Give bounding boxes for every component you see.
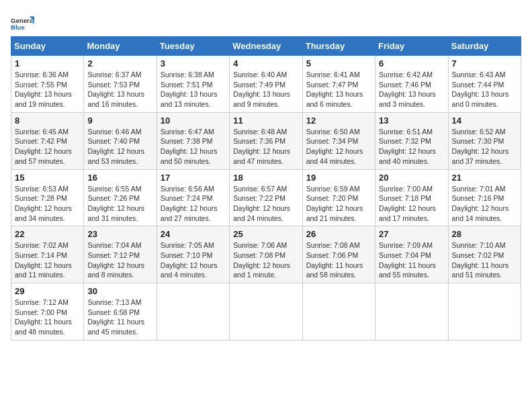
calendar-cell: 18Sunrise: 6:57 AM Sunset: 7:22 PM Dayli…: [230, 169, 302, 226]
day-number: 16: [87, 173, 152, 183]
calendar-cell: 15Sunrise: 6:53 AM Sunset: 7:28 PM Dayli…: [11, 169, 84, 226]
day-number: 26: [306, 229, 371, 239]
col-header-sunday: Sunday: [11, 37, 84, 56]
calendar-cell: 3Sunrise: 6:38 AM Sunset: 7:51 PM Daylig…: [157, 56, 229, 113]
col-header-wednesday: Wednesday: [230, 37, 302, 56]
calendar-cell: 12Sunrise: 6:50 AM Sunset: 7:34 PM Dayli…: [302, 112, 375, 169]
day-number: 12: [306, 116, 371, 126]
day-number: 2: [87, 58, 152, 68]
day-number: 8: [15, 116, 80, 126]
day-info: Sunrise: 6:55 AM Sunset: 7:26 PM Dayligh…: [87, 184, 152, 224]
calendar-cell: 27Sunrise: 7:09 AM Sunset: 7:04 PM Dayli…: [375, 226, 448, 283]
day-number: 20: [379, 173, 444, 183]
day-number: 28: [452, 229, 517, 239]
col-header-thursday: Thursday: [302, 37, 375, 56]
day-info: Sunrise: 6:37 AM Sunset: 7:53 PM Dayligh…: [87, 70, 152, 109]
col-header-tuesday: Tuesday: [157, 37, 229, 56]
calendar-cell: 8Sunrise: 6:45 AM Sunset: 7:42 PM Daylig…: [11, 112, 84, 169]
calendar-cell: 22Sunrise: 7:02 AM Sunset: 7:14 PM Dayli…: [11, 226, 84, 283]
day-number: 25: [233, 229, 298, 239]
day-number: 5: [306, 58, 371, 68]
calendar-cell: 26Sunrise: 7:08 AM Sunset: 7:06 PM Dayli…: [302, 226, 375, 283]
day-number: 4: [233, 58, 298, 68]
calendar-cell: 28Sunrise: 7:10 AM Sunset: 7:02 PM Dayli…: [448, 226, 521, 283]
calendar-cell: 25Sunrise: 7:06 AM Sunset: 7:08 PM Dayli…: [230, 226, 302, 283]
day-number: 17: [161, 173, 226, 183]
calendar-cell: 14Sunrise: 6:52 AM Sunset: 7:30 PM Dayli…: [448, 112, 521, 169]
calendar-cell: [157, 283, 229, 340]
calendar-cell: 6Sunrise: 6:42 AM Sunset: 7:46 PM Daylig…: [375, 56, 448, 113]
col-header-monday: Monday: [84, 37, 157, 56]
day-info: Sunrise: 7:00 AM Sunset: 7:18 PM Dayligh…: [379, 184, 444, 224]
day-number: 6: [379, 58, 444, 68]
col-header-friday: Friday: [375, 37, 448, 56]
day-number: 24: [161, 229, 226, 239]
day-info: Sunrise: 7:12 AM Sunset: 7:00 PM Dayligh…: [15, 298, 80, 337]
day-info: Sunrise: 7:09 AM Sunset: 7:04 PM Dayligh…: [379, 240, 444, 280]
calendar-cell: 1Sunrise: 6:36 AM Sunset: 7:55 PM Daylig…: [11, 56, 84, 113]
day-info: Sunrise: 6:52 AM Sunset: 7:30 PM Dayligh…: [452, 127, 517, 167]
day-info: Sunrise: 6:48 AM Sunset: 7:36 PM Dayligh…: [233, 127, 298, 167]
day-info: Sunrise: 6:56 AM Sunset: 7:24 PM Dayligh…: [161, 184, 226, 224]
calendar-cell: 29Sunrise: 7:12 AM Sunset: 7:00 PM Dayli…: [11, 283, 84, 340]
calendar-cell: 7Sunrise: 6:43 AM Sunset: 7:44 PM Daylig…: [448, 56, 521, 113]
day-info: Sunrise: 7:01 AM Sunset: 7:16 PM Dayligh…: [452, 184, 517, 224]
day-info: Sunrise: 6:47 AM Sunset: 7:38 PM Dayligh…: [161, 127, 226, 167]
calendar-cell: 4Sunrise: 6:40 AM Sunset: 7:49 PM Daylig…: [230, 56, 302, 113]
day-number: 3: [161, 58, 226, 68]
day-number: 9: [87, 116, 152, 126]
day-number: 10: [161, 116, 226, 126]
day-number: 13: [379, 116, 444, 126]
calendar-cell: 10Sunrise: 6:47 AM Sunset: 7:38 PM Dayli…: [157, 112, 229, 169]
day-number: 15: [15, 173, 80, 183]
calendar-cell: 9Sunrise: 6:46 AM Sunset: 7:40 PM Daylig…: [84, 112, 157, 169]
day-info: Sunrise: 7:10 AM Sunset: 7:02 PM Dayligh…: [452, 240, 517, 280]
day-info: Sunrise: 6:45 AM Sunset: 7:42 PM Dayligh…: [15, 127, 80, 167]
calendar-cell: 2Sunrise: 6:37 AM Sunset: 7:53 PM Daylig…: [84, 56, 157, 113]
day-info: Sunrise: 6:40 AM Sunset: 7:49 PM Dayligh…: [233, 70, 298, 109]
day-number: 7: [452, 58, 517, 68]
day-number: 29: [15, 286, 80, 296]
svg-text:Blue: Blue: [11, 24, 25, 31]
day-number: 1: [15, 58, 80, 68]
calendar-cell: 11Sunrise: 6:48 AM Sunset: 7:36 PM Dayli…: [230, 112, 302, 169]
logo: General Blue: [11, 13, 35, 32]
day-info: Sunrise: 6:57 AM Sunset: 7:22 PM Dayligh…: [233, 184, 298, 224]
day-info: Sunrise: 6:53 AM Sunset: 7:28 PM Dayligh…: [15, 184, 80, 224]
calendar-cell: [448, 283, 521, 340]
calendar-cell: 20Sunrise: 7:00 AM Sunset: 7:18 PM Dayli…: [375, 169, 448, 226]
day-number: 18: [233, 173, 298, 183]
col-header-saturday: Saturday: [448, 37, 521, 56]
day-info: Sunrise: 6:50 AM Sunset: 7:34 PM Dayligh…: [306, 127, 371, 167]
day-info: Sunrise: 6:42 AM Sunset: 7:46 PM Dayligh…: [379, 70, 444, 109]
calendar-cell: 17Sunrise: 6:56 AM Sunset: 7:24 PM Dayli…: [157, 169, 229, 226]
calendar-cell: 24Sunrise: 7:05 AM Sunset: 7:10 PM Dayli…: [157, 226, 229, 283]
calendar-cell: 23Sunrise: 7:04 AM Sunset: 7:12 PM Dayli…: [84, 226, 157, 283]
day-info: Sunrise: 6:36 AM Sunset: 7:55 PM Dayligh…: [15, 70, 80, 109]
day-number: 30: [87, 286, 152, 296]
day-info: Sunrise: 7:05 AM Sunset: 7:10 PM Dayligh…: [161, 240, 226, 280]
day-info: Sunrise: 6:51 AM Sunset: 7:32 PM Dayligh…: [379, 127, 444, 167]
calendar-cell: [302, 283, 375, 340]
day-info: Sunrise: 6:41 AM Sunset: 7:47 PM Dayligh…: [306, 70, 371, 109]
calendar-cell: 30Sunrise: 7:13 AM Sunset: 6:58 PM Dayli…: [84, 283, 157, 340]
day-info: Sunrise: 6:59 AM Sunset: 7:20 PM Dayligh…: [306, 184, 371, 224]
calendar-cell: 21Sunrise: 7:01 AM Sunset: 7:16 PM Dayli…: [448, 169, 521, 226]
calendar-cell: [230, 283, 302, 340]
day-number: 14: [452, 116, 517, 126]
calendar-cell: 5Sunrise: 6:41 AM Sunset: 7:47 PM Daylig…: [302, 56, 375, 113]
day-info: Sunrise: 7:13 AM Sunset: 6:58 PM Dayligh…: [87, 298, 152, 337]
day-number: 21: [452, 173, 517, 183]
calendar-cell: 16Sunrise: 6:55 AM Sunset: 7:26 PM Dayli…: [84, 169, 157, 226]
calendar-cell: 19Sunrise: 6:59 AM Sunset: 7:20 PM Dayli…: [302, 169, 375, 226]
day-number: 19: [306, 173, 371, 183]
day-info: Sunrise: 7:04 AM Sunset: 7:12 PM Dayligh…: [87, 240, 152, 280]
calendar-cell: 13Sunrise: 6:51 AM Sunset: 7:32 PM Dayli…: [375, 112, 448, 169]
day-info: Sunrise: 7:02 AM Sunset: 7:14 PM Dayligh…: [15, 240, 80, 280]
day-info: Sunrise: 7:08 AM Sunset: 7:06 PM Dayligh…: [306, 240, 371, 280]
day-info: Sunrise: 7:06 AM Sunset: 7:08 PM Dayligh…: [233, 240, 298, 280]
calendar-table: SundayMondayTuesdayWednesdayThursdayFrid…: [11, 36, 521, 340]
day-info: Sunrise: 6:38 AM Sunset: 7:51 PM Dayligh…: [161, 70, 226, 109]
page-header: General Blue: [11, 11, 521, 32]
day-number: 22: [15, 229, 80, 239]
